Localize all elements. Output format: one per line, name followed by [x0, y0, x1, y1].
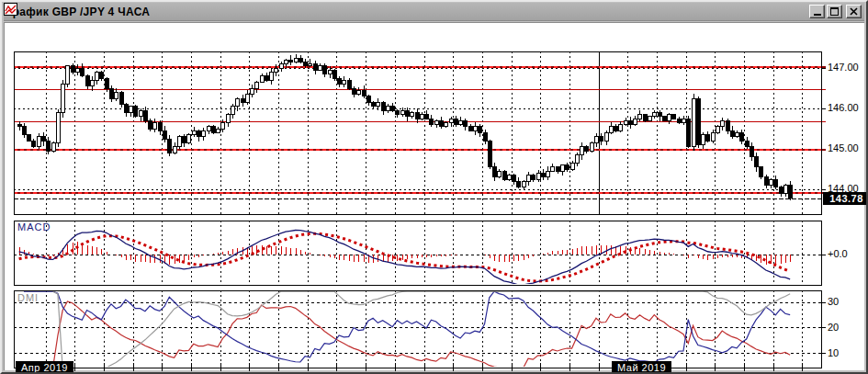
window-title: График GBP /JPY 4 ЧАСА	[6, 6, 807, 18]
price-axis-label: 145.00	[828, 142, 859, 154]
dmi-axis-label: 10	[828, 347, 839, 359]
close-icon	[850, 7, 858, 16]
last-price-badge: 143.78	[823, 192, 868, 205]
close-button[interactable]	[846, 5, 862, 18]
maximize-icon	[830, 7, 839, 16]
macd-zero-label: +0.0	[828, 248, 848, 260]
chart-client-area: 147.00 146.00 145.00 144.00 143.78 +0.0 …	[4, 22, 864, 370]
chart-window: График GBP /JPY 4 ЧАСА 147.00 146.00 145…	[0, 0, 868, 374]
price-axis-label: 146.00	[828, 102, 859, 114]
chart-canvas[interactable]	[5, 23, 868, 374]
dmi-axis-label: 20	[828, 322, 839, 334]
price-axis-label: 147.00	[828, 62, 859, 74]
minimize-button[interactable]	[809, 5, 825, 18]
macd-panel-label: MACD	[17, 221, 51, 232]
dmi-panel-label: DMI	[17, 292, 39, 303]
line-chart-icon	[4, 3, 17, 16]
month-badge-apr: Апр 2019	[16, 361, 73, 374]
dmi-axis-label: 30	[828, 296, 839, 308]
titlebar[interactable]: График GBP /JPY 4 ЧАСА	[4, 3, 864, 21]
maximize-button[interactable]	[827, 5, 842, 18]
month-badge-may: Май 2019	[612, 361, 671, 374]
minimize-icon	[814, 14, 821, 16]
